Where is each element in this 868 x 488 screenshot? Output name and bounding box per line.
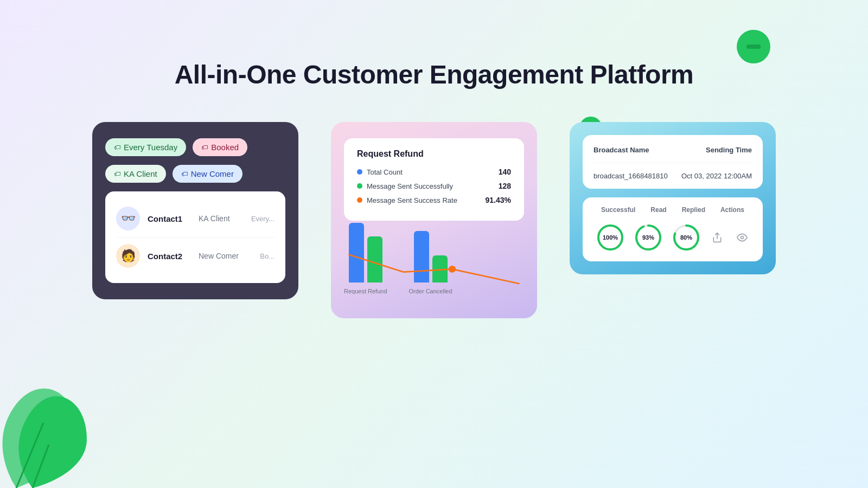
metric-row-2: Message Sent Successfully 128	[357, 182, 511, 190]
stat-circle-successful: 100%	[595, 222, 626, 253]
metric-row-3: Message Sent Success Rate 91.43%	[357, 196, 511, 204]
bar-pair-1: Request Refund	[344, 223, 387, 294]
contact-tag-2: New Comer	[199, 252, 252, 260]
stat-col-successful: Successful	[601, 206, 635, 214]
table-row: 👓 Contact1 KA Client Every...	[116, 200, 275, 237]
share-icon[interactable]	[709, 229, 725, 246]
broadcast-col-time: Sending Time	[706, 146, 752, 154]
chart-card: Request Refund Total Count 140 Message S…	[331, 122, 537, 318]
bar-blue-2	[414, 231, 429, 282]
bar-label-1: Request Refund	[344, 288, 387, 294]
contact-name-2: Contact2	[148, 252, 191, 261]
stat-value-replied: 80%	[680, 234, 692, 241]
bar-label-2: Order Cancelled	[409, 288, 452, 294]
broadcast-col-name: Broadcast Name	[593, 146, 649, 154]
avatar-contact2: 🧑	[116, 244, 140, 268]
dot-orange	[357, 197, 362, 203]
metric-label-3: Message Sent Success Rate	[357, 196, 457, 204]
contacts-card: 🏷 Every Tuesday 🏷 Booked 🏷 KA Client 🏷 N…	[92, 122, 298, 299]
tags-row-1: 🏷 Every Tuesday 🏷 Booked	[105, 138, 285, 156]
broadcast-time-value: Oct 03, 2022 12:00AM	[681, 172, 752, 180]
tags-row-2: 🏷 KA Client 🏷 New Comer	[105, 165, 285, 183]
bar-chart-area: Request Refund Order Cancelled	[331, 232, 537, 318]
bar-pair-2: Order Cancelled	[409, 231, 452, 294]
chart-title: Request Refund	[357, 149, 511, 159]
svg-point-10	[741, 236, 744, 239]
stat-circle-replied: 80%	[671, 222, 701, 253]
metric-label-2: Message Sent Successfully	[357, 182, 453, 190]
bar-green-1	[367, 236, 382, 282]
dot-green	[357, 183, 362, 189]
avatar-contact1: 👓	[116, 207, 140, 230]
stat-value-read: 93%	[642, 234, 654, 241]
broadcast-name-value: broadcast_1668481810	[593, 172, 668, 180]
dot-blue	[357, 169, 362, 175]
broadcast-inner: Broadcast Name Sending Time broadcast_16…	[583, 135, 763, 189]
tag-icon-1: 🏷	[114, 144, 120, 151]
table-row: 🧑 Contact2 New Comer Bo...	[116, 237, 275, 274]
broadcast-header: Broadcast Name Sending Time	[593, 146, 752, 163]
page-title: All-in-One Customer Engagement Platform	[0, 60, 868, 89]
bar-blue-1	[349, 223, 364, 282]
tag-icon-2: 🏷	[201, 144, 208, 151]
metric-value-2: 128	[499, 182, 511, 190]
tag-icon-4: 🏷	[181, 170, 188, 178]
tag-new-comer[interactable]: 🏷 New Comer	[173, 165, 242, 183]
metric-label-1: Total Count	[357, 168, 403, 176]
action-icons	[709, 229, 750, 246]
metric-value-1: 140	[499, 168, 511, 176]
stat-value-successful: 100%	[603, 234, 618, 241]
stat-circle-read: 93%	[633, 222, 663, 253]
contact-extra-1: Every...	[251, 215, 275, 223]
stats-values: 100% 93% 80%	[593, 222, 752, 253]
stat-col-replied: Replied	[682, 206, 705, 214]
tag-icon-3: 🏷	[114, 170, 120, 178]
contact-extra-2: Bo...	[260, 252, 275, 260]
stat-col-actions: Actions	[720, 206, 744, 214]
metric-row-1: Total Count 140	[357, 168, 511, 176]
cards-container: 🏷 Every Tuesday 🏷 Booked 🏷 KA Client 🏷 N…	[0, 122, 868, 318]
leaf-decoration	[0, 369, 98, 488]
stat-col-read: Read	[650, 206, 666, 214]
contact-name-1: Contact1	[148, 214, 191, 223]
view-icon[interactable]	[734, 229, 750, 246]
stats-box: Successful Read Replied Actions 100%	[583, 197, 763, 261]
stats-header: Successful Read Replied Actions	[593, 206, 752, 214]
tag-every-tuesday[interactable]: 🏷 Every Tuesday	[105, 138, 186, 156]
broadcast-data-row: broadcast_1668481810 Oct 03, 2022 12:00A…	[593, 172, 752, 180]
contact-list: 👓 Contact1 KA Client Every... 🧑 Contact2…	[105, 191, 285, 283]
metric-value-3: 91.43%	[486, 196, 511, 204]
contact-tag-1: KA Client	[199, 214, 244, 223]
decorative-circle-large	[737, 30, 770, 63]
bar-green-2	[432, 255, 448, 282]
tag-ka-client[interactable]: 🏷 KA Client	[105, 165, 166, 183]
bars-group: Request Refund Order Cancelled	[344, 237, 524, 307]
chart-inner-card: Request Refund Total Count 140 Message S…	[344, 138, 524, 221]
broadcast-card: Broadcast Name Sending Time broadcast_16…	[570, 122, 776, 274]
tag-booked[interactable]: 🏷 Booked	[193, 138, 247, 156]
